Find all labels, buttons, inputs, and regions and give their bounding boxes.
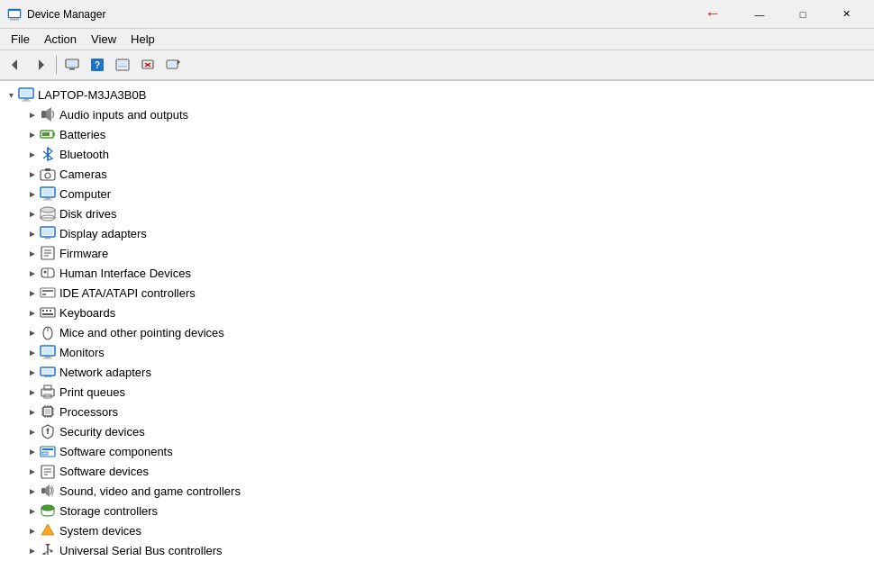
tree-item[interactable]: ►Keyboards [0, 303, 874, 322]
tree-item[interactable]: ►Software components [0, 441, 874, 461]
tree-item[interactable]: ►Storage controllers [0, 501, 874, 520]
item-label: System devices [59, 524, 141, 538]
svg-rect-23 [41, 111, 46, 118]
svg-text:?: ? [95, 60, 100, 70]
item-toggle[interactable]: ► [25, 167, 40, 181]
item-toggle[interactable]: ► [25, 543, 40, 557]
item-label: Computer [59, 187, 111, 201]
close-button[interactable]: ✕ [825, 0, 867, 29]
root-toggle[interactable]: ▾ [4, 87, 18, 102]
tree-item[interactable]: ►Sound, video and game controllers [0, 481, 874, 501]
item-icon [40, 364, 56, 380]
item-icon [40, 126, 56, 142]
item-toggle[interactable]: ► [25, 404, 40, 419]
item-label: Human Interface Devices [59, 267, 191, 280]
item-toggle[interactable]: ► [25, 107, 40, 122]
item-toggle[interactable]: ► [25, 424, 40, 439]
item-icon [40, 443, 56, 459]
item-toggle[interactable]: ► [25, 325, 40, 339]
menu-action[interactable]: Action [37, 31, 84, 48]
tree-item[interactable]: ►Bluetooth [0, 144, 874, 164]
item-toggle[interactable]: ► [25, 147, 40, 161]
svg-marker-4 [39, 59, 44, 70]
item-toggle[interactable]: ► [25, 226, 40, 240]
tree-item[interactable]: ►Computer [0, 184, 874, 204]
item-toggle[interactable]: ► [25, 345, 40, 359]
item-label: Display adapters [59, 227, 147, 240]
item-toggle[interactable]: ► [25, 444, 40, 458]
window-title: Device Manager [27, 8, 701, 21]
forward-button[interactable] [29, 53, 52, 77]
uninstall-button[interactable] [136, 53, 159, 77]
tree-item[interactable]: ►Security devices [0, 421, 874, 441]
tree-item[interactable]: ►Print queues [0, 382, 874, 402]
svg-rect-20 [21, 90, 32, 97]
item-icon [40, 304, 56, 321]
tree-item[interactable]: ►Human Interface Devices [0, 263, 874, 283]
scan-button[interactable] [161, 53, 185, 77]
back-button[interactable] [4, 53, 27, 77]
item-toggle[interactable]: ► [25, 266, 40, 280]
item-icon [40, 245, 56, 261]
svg-point-31 [45, 173, 50, 178]
svg-rect-6 [69, 68, 75, 70]
tree-item[interactable]: ►Software devices [0, 461, 874, 481]
item-icon [40, 205, 56, 222]
tree-item[interactable]: ►System devices [0, 520, 874, 540]
tree-item[interactable]: ►Display adapters [0, 223, 874, 243]
root-node[interactable]: ▾ LAPTOP-M3JA3B0B [0, 85, 874, 104]
minimize-button[interactable]: — [739, 0, 780, 29]
item-icon [40, 106, 56, 122]
item-toggle[interactable]: ► [25, 127, 40, 141]
svg-point-95 [41, 505, 54, 511]
tree-item[interactable]: ►Monitors [0, 342, 874, 362]
item-label: Batteries [59, 128, 105, 141]
menu-help[interactable]: Help [123, 31, 162, 48]
toolbar: ? [0, 50, 874, 81]
item-toggle[interactable]: ► [25, 206, 40, 221]
item-label: Storage controllers [59, 504, 158, 518]
item-toggle[interactable]: ► [25, 384, 40, 399]
tree-item[interactable]: ►Universal Serial Bus controllers [0, 540, 874, 560]
item-label: Mice and other pointing devices [59, 326, 224, 339]
item-toggle[interactable]: ► [25, 305, 40, 320]
help-icon-button[interactable]: ? [86, 53, 109, 77]
item-label: Monitors [59, 346, 105, 359]
item-toggle[interactable]: ► [25, 285, 40, 300]
item-icon [40, 265, 56, 281]
item-label: Disk drives [59, 207, 117, 221]
item-toggle[interactable]: ► [25, 246, 40, 260]
tree-item[interactable]: ►Audio inputs and outputs [0, 104, 874, 124]
svg-rect-27 [53, 132, 55, 136]
svg-rect-93 [41, 488, 45, 493]
root-icon [18, 86, 34, 103]
tree-item[interactable]: ►IDE ATA/ATAPI controllers [0, 283, 874, 303]
item-toggle[interactable]: ► [25, 484, 40, 498]
menu-file[interactable]: File [4, 31, 37, 48]
item-icon [40, 483, 56, 499]
item-toggle[interactable]: ► [25, 464, 40, 478]
svg-rect-52 [42, 294, 46, 295]
update-driver-button[interactable] [111, 53, 134, 77]
svg-rect-63 [43, 358, 52, 359]
tree-item[interactable]: ►Batteries [0, 124, 874, 144]
tree-item[interactable]: ►Processors [0, 402, 874, 421]
menu-view[interactable]: View [84, 31, 123, 48]
show-computer-button[interactable] [60, 53, 84, 77]
item-icon [40, 185, 56, 202]
tree-item[interactable]: ►Disk drives [0, 204, 874, 223]
maximize-button[interactable]: □ [782, 0, 824, 29]
item-label: Processors [59, 405, 118, 419]
tree-item[interactable]: ►Cameras [0, 164, 874, 184]
tree-item[interactable]: ►Firmware [0, 243, 874, 263]
item-toggle[interactable]: ► [25, 365, 40, 379]
item-toggle[interactable]: ► [25, 186, 40, 201]
tree-item[interactable]: ►Network adapters [0, 362, 874, 382]
item-toggle[interactable]: ► [25, 523, 40, 538]
svg-rect-55 [46, 310, 48, 312]
item-label: Software devices [59, 465, 149, 478]
svg-rect-53 [41, 308, 55, 317]
tree-item[interactable]: ►Mice and other pointing devices [0, 322, 874, 342]
item-toggle[interactable]: ► [25, 503, 40, 518]
item-icon [40, 522, 56, 538]
